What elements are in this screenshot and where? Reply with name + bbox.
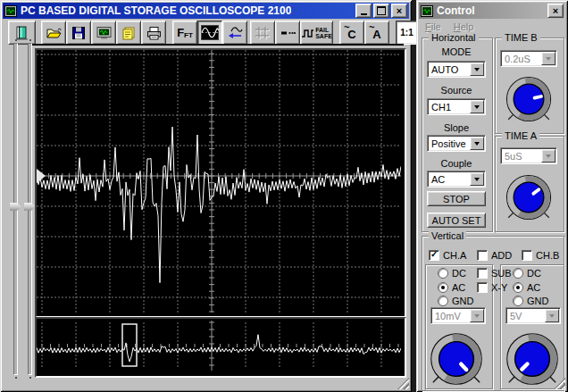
slope-label: Slope xyxy=(422,122,491,133)
time-b-group-label: TIME B xyxy=(502,32,540,43)
sine-wave-icon xyxy=(201,25,219,40)
sub-checkbox[interactable] xyxy=(477,268,488,279)
couple-label: Couple xyxy=(422,158,491,169)
horizontal-group-label: Horizontal xyxy=(429,32,479,43)
cha-range-value: 10mV xyxy=(435,311,461,321)
close-button[interactable]: × xyxy=(391,4,407,18)
control-app-icon xyxy=(421,5,433,17)
scope-display-icon xyxy=(96,26,113,40)
resize-grip[interactable] xyxy=(397,378,409,389)
main-waveform xyxy=(37,50,401,313)
calibrate-c-button[interactable]: ~ C xyxy=(339,21,364,45)
control-window-title: Control xyxy=(437,4,475,17)
position-slider-a[interactable] xyxy=(10,43,21,375)
autoset-button[interactable]: AUTO SET xyxy=(427,213,486,228)
zoom-selection-box[interactable] xyxy=(122,324,137,366)
source-value: CH1 xyxy=(431,102,451,113)
sub-label: SUB xyxy=(491,268,512,279)
close-icon: × xyxy=(553,6,558,15)
calibrate-a-button[interactable]: ~ A xyxy=(364,21,389,45)
dashed-line-icon xyxy=(280,26,297,40)
time-a-value: 5uS xyxy=(505,151,522,162)
grid-icon xyxy=(255,26,271,40)
chb-ac-label: AC xyxy=(527,282,540,293)
main-scope-display xyxy=(35,48,406,318)
time-a-group-label: TIME A xyxy=(502,130,539,141)
stop-button[interactable]: STOP xyxy=(427,191,486,206)
chevron-down-icon[interactable] xyxy=(470,63,484,76)
source-label: Source xyxy=(422,85,491,96)
chb-dc-label: DC xyxy=(527,268,541,279)
overview-waveform xyxy=(37,319,401,372)
control-close-button[interactable]: × xyxy=(547,4,564,18)
cha-dc-radio[interactable] xyxy=(438,268,448,279)
chb-volt-knob[interactable] xyxy=(505,331,560,387)
overview-scope-display xyxy=(35,317,406,378)
toolbar-divider xyxy=(29,44,404,46)
chevron-down-icon xyxy=(541,149,555,163)
main-window-title: PC BASED DIGITAL STORAGE OSCILLOSCOPE 21… xyxy=(21,4,291,17)
time-a-knob[interactable] xyxy=(505,173,553,221)
chb-ac-radio[interactable] xyxy=(513,282,523,293)
time-a-select: 5uS xyxy=(500,147,557,164)
grid-button xyxy=(250,21,275,45)
add-label: ADD xyxy=(491,250,512,261)
maximize-button[interactable] xyxy=(373,4,389,18)
chb-range-select: 5V xyxy=(505,307,561,324)
dotted-line-button[interactable] xyxy=(275,21,300,45)
cha-ac-radio[interactable] xyxy=(438,282,448,293)
maximize-icon xyxy=(377,6,386,15)
chb-gnd-radio[interactable] xyxy=(513,296,523,306)
cha-range-select: 10mV xyxy=(430,307,486,324)
cha-gnd-label: GND xyxy=(452,296,473,306)
cha-label: CH.A xyxy=(443,250,466,261)
main-titlebar[interactable]: PC BASED DIGITAL STORAGE OSCILLOSCOPE 21… xyxy=(3,3,409,19)
cha-gnd-radio[interactable] xyxy=(438,296,448,306)
vertical-group-label: Vertical xyxy=(429,230,466,241)
ratio-1-1-label: 1:1 xyxy=(400,28,413,38)
waveform-mode-button[interactable] xyxy=(197,21,222,45)
save-floppy-icon xyxy=(71,26,87,40)
chevron-down-icon[interactable] xyxy=(470,172,484,186)
print-button[interactable] xyxy=(141,21,166,45)
wave-back-button[interactable] xyxy=(222,21,247,45)
mode-select[interactable]: AUTO xyxy=(427,61,486,78)
fft-label-big: F xyxy=(177,26,184,39)
couple-value: AC xyxy=(431,174,445,185)
desktop: PC BASED DIGITAL STORAGE OSCILLOSCOPE 21… xyxy=(0,0,568,392)
slider-thumb[interactable] xyxy=(10,203,21,211)
source-select[interactable]: CH1 xyxy=(427,98,486,115)
cha-dc-label: DC xyxy=(452,268,466,279)
open-button[interactable] xyxy=(41,21,66,45)
xy-checkbox[interactable] xyxy=(477,282,488,293)
slope-value: Positive xyxy=(431,138,466,149)
cha-ac-label: AC xyxy=(452,282,465,293)
chb-range-value: 5V xyxy=(510,311,522,321)
time-b-knob[interactable] xyxy=(505,75,553,123)
chevron-down-icon[interactable] xyxy=(470,137,484,150)
close-icon: × xyxy=(397,6,402,15)
display-button[interactable] xyxy=(91,21,116,45)
minimize-button[interactable] xyxy=(355,4,372,18)
save-button[interactable] xyxy=(66,21,91,45)
probe-1-1-button[interactable]: 1:1 xyxy=(396,21,418,45)
menu-file[interactable]: File xyxy=(425,21,441,32)
open-folder-icon xyxy=(46,26,63,40)
exit-button[interactable] xyxy=(8,21,36,45)
fft-button[interactable]: FFT xyxy=(172,21,197,45)
notes-button[interactable] xyxy=(116,21,141,45)
control-titlebar[interactable]: Control × xyxy=(419,3,565,19)
slope-select[interactable]: Positive xyxy=(427,135,486,152)
failsafe-button[interactable]: FAILSAFE xyxy=(300,21,333,45)
main-window: PC BASED DIGITAL STORAGE OSCILLOSCOPE 21… xyxy=(0,0,412,392)
cha-checkbox[interactable] xyxy=(429,250,439,261)
menu-help[interactable]: Help xyxy=(454,21,474,32)
chevron-down-icon xyxy=(541,52,555,65)
chb-dc-radio[interactable] xyxy=(513,268,523,279)
add-checkbox[interactable] xyxy=(477,250,488,261)
chb-checkbox[interactable] xyxy=(522,250,532,261)
cha-volt-knob[interactable] xyxy=(429,331,484,387)
couple-select[interactable]: AC xyxy=(427,171,486,188)
chevron-down-icon[interactable] xyxy=(470,100,484,113)
wave-left-arrow-icon xyxy=(227,26,244,40)
